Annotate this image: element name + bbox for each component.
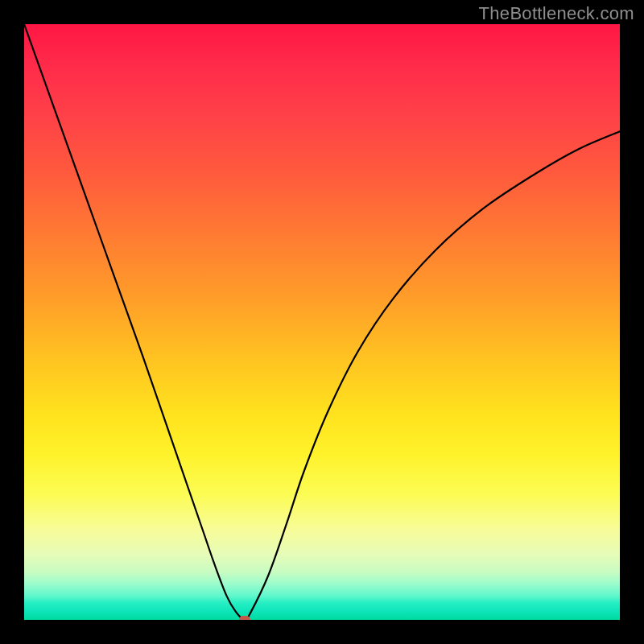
bottleneck-curve-path [24, 24, 620, 620]
curve-svg [24, 24, 620, 620]
watermark-text: TheBottleneck.com [479, 3, 634, 24]
chart-frame: TheBottleneck.com [0, 0, 644, 644]
plot-area [24, 24, 620, 620]
optimal-point-marker [239, 616, 250, 620]
